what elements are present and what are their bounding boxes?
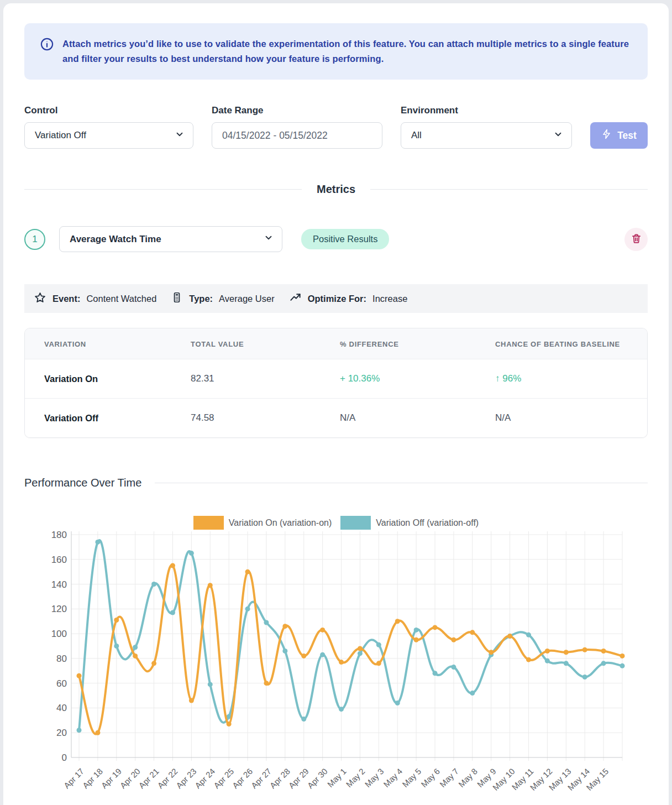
date-range-field: Date Range — [212, 105, 382, 149]
y-tick-label: 80 — [56, 654, 67, 664]
info-banner: Attach metrics you’d like to use to vali… — [24, 23, 648, 80]
performance-section-header: Performance Over Time — [24, 477, 648, 489]
data-point-variation-off-variation-off-20[interactable] — [451, 665, 456, 670]
data-point-variation-on-variation-on-24[interactable] — [526, 657, 531, 662]
data-point-variation-on-variation-on-6[interactable] — [189, 698, 194, 703]
x-tick-label: May 8 — [456, 766, 479, 789]
data-point-variation-off-variation-off-12[interactable] — [301, 717, 306, 722]
data-point-variation-off-variation-off-28[interactable] — [601, 661, 606, 666]
data-point-variation-off-variation-off-21[interactable] — [470, 691, 475, 696]
data-point-variation-off-variation-off-2[interactable] — [114, 644, 119, 649]
data-point-variation-off-variation-off-1[interactable] — [95, 540, 100, 545]
data-point-variation-off-variation-off-7[interactable] — [208, 682, 213, 687]
data-point-variation-on-variation-on-4[interactable] — [151, 661, 156, 666]
data-point-variation-on-variation-on-15[interactable] — [358, 646, 363, 651]
data-point-variation-off-variation-off-3[interactable] — [133, 645, 138, 650]
x-tick-label: Apr 23 — [174, 766, 198, 790]
data-point-variation-on-variation-on-21[interactable] — [470, 630, 475, 635]
data-point-variation-on-variation-on-3[interactable] — [133, 654, 138, 658]
x-tick-label: Apr 29 — [287, 766, 311, 790]
data-point-variation-off-variation-off-27[interactable] — [582, 675, 587, 679]
y-tick-label: 160 — [51, 555, 67, 565]
data-point-variation-on-variation-on-9[interactable] — [245, 569, 250, 574]
data-point-variation-off-variation-off-5[interactable] — [170, 610, 175, 615]
metrics-section-header: Metrics — [24, 183, 648, 196]
cell-difference: N/A — [321, 399, 476, 438]
data-point-variation-on-variation-on-5[interactable] — [170, 563, 175, 568]
cell-total-value: 74.58 — [171, 399, 321, 438]
data-point-variation-on-variation-on-27[interactable] — [582, 647, 587, 652]
data-point-variation-on-variation-on-29[interactable] — [620, 654, 625, 658]
cell-variation: Variation Off — [25, 399, 171, 438]
data-point-variation-on-variation-on-1[interactable] — [95, 730, 100, 735]
type-item: Type: Average User — [171, 291, 274, 306]
status-badge: Positive Results — [301, 229, 389, 249]
performance-chart: Apr 17Apr 18Apr 19Apr 20Apr 21Apr 22Apr … — [24, 531, 654, 805]
data-point-variation-on-variation-on-26[interactable] — [564, 650, 569, 655]
data-point-variation-off-variation-off-9[interactable] — [245, 607, 250, 611]
results-table-card: VARIATION TOTAL VALUE % DIFFERENCE CHANC… — [24, 328, 648, 438]
data-point-variation-off-variation-off-11[interactable] — [282, 649, 287, 654]
y-tick-label: 20 — [56, 728, 67, 738]
control-select[interactable]: Variation Off — [24, 122, 193, 149]
data-point-variation-on-variation-on-11[interactable] — [282, 624, 287, 629]
test-button[interactable]: Test — [590, 122, 648, 149]
trash-icon — [631, 233, 642, 246]
environment-select-value: All — [411, 130, 422, 141]
data-point-variation-on-variation-on-20[interactable] — [451, 637, 456, 642]
data-point-variation-on-variation-on-22[interactable] — [489, 650, 494, 655]
x-tick-label: Apr 17 — [62, 766, 86, 790]
data-point-variation-off-variation-off-16[interactable] — [376, 642, 381, 647]
x-tick-label: Apr 22 — [155, 766, 179, 790]
data-point-variation-on-variation-on-19[interactable] — [433, 625, 438, 630]
data-point-variation-on-variation-on-7[interactable] — [208, 583, 213, 588]
data-point-variation-off-variation-off-19[interactable] — [433, 671, 438, 676]
banner-text: Attach metrics you’d like to use to vali… — [62, 36, 632, 66]
col-total-value: TOTAL VALUE — [171, 328, 321, 359]
metric-meta-bar: Event: Content Watched Type: Average Use… — [24, 284, 648, 313]
data-point-variation-on-variation-on-16[interactable] — [376, 661, 381, 666]
data-point-variation-on-variation-on-17[interactable] — [395, 619, 400, 624]
data-point-variation-off-variation-off-15[interactable] — [358, 651, 363, 656]
cell-difference: + 10.36% — [321, 359, 476, 399]
environment-field: Environment All — [401, 105, 572, 149]
data-point-variation-off-variation-off-26[interactable] — [564, 661, 569, 666]
data-point-variation-off-variation-off-6[interactable] — [189, 551, 194, 556]
y-tick-label: 100 — [51, 629, 67, 639]
y-tick-label: 0 — [62, 752, 67, 763]
data-point-variation-on-variation-on-23[interactable] — [507, 634, 512, 639]
environment-select[interactable]: All — [401, 122, 572, 149]
data-point-variation-off-variation-off-18[interactable] — [414, 628, 419, 632]
y-tick-label: 180 — [51, 531, 67, 540]
data-point-variation-off-variation-off-17[interactable] — [395, 701, 400, 705]
data-point-variation-off-variation-off-24[interactable] — [526, 632, 531, 637]
data-point-variation-on-variation-on-14[interactable] — [339, 660, 344, 665]
data-point-variation-off-variation-off-14[interactable] — [339, 707, 344, 712]
data-point-variation-on-variation-on-28[interactable] — [601, 649, 606, 654]
cell-total-value: 82.31 — [171, 359, 321, 399]
metric-select-value: Average Watch Time — [70, 234, 161, 245]
data-point-variation-on-variation-on-2[interactable] — [114, 618, 119, 623]
data-point-variation-on-variation-on-18[interactable] — [414, 637, 419, 642]
divider-line — [370, 189, 648, 190]
data-point-variation-off-variation-off-4[interactable] — [151, 582, 156, 587]
metric-select[interactable]: Average Watch Time — [59, 226, 282, 252]
data-point-variation-off-variation-off-0[interactable] — [77, 728, 82, 733]
data-point-variation-off-variation-off-13[interactable] — [320, 652, 325, 657]
data-point-variation-off-variation-off-25[interactable] — [545, 658, 550, 663]
delete-metric-button[interactable] — [624, 228, 648, 251]
y-tick-label: 40 — [56, 703, 67, 713]
data-point-variation-off-variation-off-29[interactable] — [620, 663, 625, 668]
data-point-variation-on-variation-on-25[interactable] — [545, 649, 550, 654]
bolt-icon — [601, 129, 612, 142]
data-point-variation-on-variation-on-10[interactable] — [264, 681, 269, 686]
legend-item-variation-on: Variation On (variation-on) — [193, 516, 332, 530]
data-point-variation-off-variation-off-10[interactable] — [264, 620, 269, 625]
date-range-input[interactable] — [212, 122, 382, 149]
data-point-variation-on-variation-on-12[interactable] — [301, 654, 306, 658]
data-point-variation-on-variation-on-0[interactable] — [77, 673, 82, 678]
legend-swatch-variation-off — [340, 516, 371, 530]
data-point-variation-on-variation-on-8[interactable] — [227, 722, 232, 726]
results-table: VARIATION TOTAL VALUE % DIFFERENCE CHANC… — [25, 328, 647, 437]
data-point-variation-on-variation-on-13[interactable] — [320, 628, 325, 632]
